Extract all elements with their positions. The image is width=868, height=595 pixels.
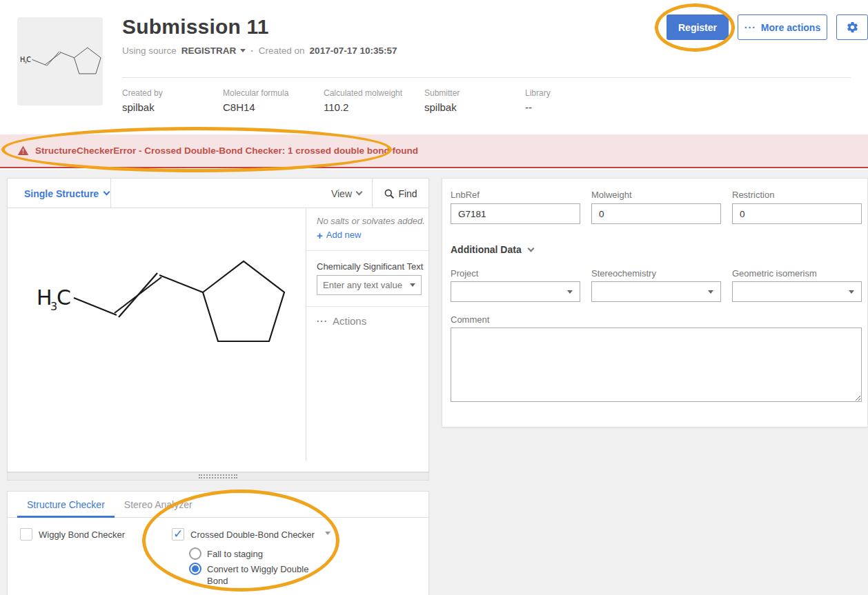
convert-to-wiggly-radio[interactable] xyxy=(189,563,201,575)
summary-created-by: Created by spilbak xyxy=(122,88,223,113)
restriction-label: Restriction xyxy=(732,190,774,200)
cst-label: Chemically Significant Text xyxy=(317,261,423,272)
source-dropdown[interactable]: REGISTRAR xyxy=(181,46,246,56)
chevron-down-icon xyxy=(240,49,246,52)
structure-panel-header: Single Structure View Find xyxy=(8,179,428,208)
header-divider xyxy=(122,77,851,78)
error-banner: StructureCheckerError - Crossed Double-B… xyxy=(0,134,868,168)
register-button[interactable]: Register xyxy=(667,14,729,40)
lnbref-label: LnbRef xyxy=(451,190,480,200)
salts-empty-text: No salts or solvates added. xyxy=(317,216,426,226)
created-on-value: 2017-07-17 10:35:57 xyxy=(310,46,397,56)
summary-submitter: Submitter spilbak xyxy=(424,88,525,113)
tab-structure-checker[interactable]: Structure Checker xyxy=(17,492,115,518)
comment-field[interactable] xyxy=(451,327,862,402)
wiggly-bond-label: Wiggly Bond Checker xyxy=(39,528,125,540)
gear-icon xyxy=(846,21,859,34)
summary-library: Library -- xyxy=(525,88,626,113)
cst-input-wrap xyxy=(317,275,422,295)
summary-molecular-formula: Molecular formula C8H14 xyxy=(223,88,324,113)
plus-icon: + xyxy=(317,230,323,241)
created-on-label: Created on xyxy=(259,46,305,56)
registration-app: H 3 C Submission 11 Using source REGISTR… xyxy=(0,0,868,595)
chevron-down-icon xyxy=(356,189,363,196)
fall-to-staging-label: Fall to staging xyxy=(207,547,263,559)
checker-tabs: Structure Checker Stereo Analyzer xyxy=(8,492,428,518)
crossed-double-bond-label: Crossed Double-Bond Checker xyxy=(190,528,315,540)
view-menu[interactable]: View xyxy=(331,179,362,208)
crossed-double-bond-checkbox[interactable] xyxy=(172,528,184,541)
stereochemistry-select[interactable] xyxy=(591,281,721,302)
structure-mode-selector[interactable]: Single Structure xyxy=(8,179,111,208)
more-actions-button[interactable]: ··· More actions xyxy=(738,14,827,40)
chevron-down-icon xyxy=(527,245,534,252)
settings-button[interactable] xyxy=(836,14,868,40)
actions-dots-icon: ··· xyxy=(317,316,328,326)
chevron-down-icon xyxy=(849,290,854,294)
geometric-isomerism-select[interactable] xyxy=(732,281,862,302)
lnbref-field[interactable] xyxy=(451,203,580,224)
source-line: Using source REGISTRAR · Created on 2017… xyxy=(122,46,397,56)
wiggly-bond-checker-row: Wiggly Bond Checker xyxy=(20,528,125,541)
add-salt-link[interactable]: + Add new xyxy=(317,230,361,241)
wiggly-bond-checkbox[interactable] xyxy=(20,528,32,541)
summary-row: Created by spilbak Molecular formula C8H… xyxy=(122,88,626,113)
project-select[interactable] xyxy=(451,281,580,302)
crossed-double-bond-checker-row: Crossed Double-Bond Checker xyxy=(172,528,331,541)
project-label: Project xyxy=(451,268,478,279)
convert-to-wiggly-option: Convert to Wiggly Double Bond xyxy=(189,563,317,587)
separator-dot: · xyxy=(250,46,254,56)
using-source-label: Using source xyxy=(122,46,177,56)
drag-handle-icon xyxy=(199,474,237,478)
warning-triangle-icon xyxy=(17,145,29,157)
panel-resize-splitter[interactable] xyxy=(7,472,429,481)
additional-data-toggle[interactable]: Additional Data xyxy=(451,244,533,255)
summary-calculated-molweight: Calculated molweight 110.2 xyxy=(324,88,424,113)
chevron-down-icon xyxy=(103,189,110,196)
divider xyxy=(306,306,430,307)
panel-divider xyxy=(306,208,306,461)
convert-to-wiggly-label: Convert to Wiggly Double Bond xyxy=(207,563,317,587)
fall-to-staging-option: Fall to staging xyxy=(189,547,263,560)
cst-input[interactable] xyxy=(323,280,407,290)
structure-canvas[interactable] xyxy=(8,208,306,461)
chevron-down-icon xyxy=(708,290,713,294)
error-message: StructureCheckerError - Crossed Double-B… xyxy=(35,145,418,156)
molweight-label: Molweight xyxy=(591,190,632,200)
details-form-panel: LnbRef Molweight Restriction Additional … xyxy=(442,178,868,427)
structure-panel: Single Structure View Find No salts or s… xyxy=(7,178,429,472)
checker-panel: Structure Checker Stereo Analyzer Wiggly… xyxy=(7,491,429,595)
tab-stereo-analyzer[interactable]: Stereo Analyzer xyxy=(115,492,202,518)
structure-thumbnail xyxy=(17,17,103,105)
chevron-down-icon xyxy=(567,290,573,294)
stereochemistry-label: Stereochemistry xyxy=(591,268,656,279)
search-icon xyxy=(384,188,395,199)
chevron-down-icon[interactable] xyxy=(410,283,415,287)
comment-label: Comment xyxy=(451,314,489,325)
divider xyxy=(306,250,430,251)
page-title: Submission 11 xyxy=(122,15,269,39)
actions-menu[interactable]: ··· Actions xyxy=(317,315,366,327)
molweight-field[interactable] xyxy=(591,203,721,224)
fall-to-staging-radio[interactable] xyxy=(189,547,201,560)
geometric-isomerism-label: Geometric isomerism xyxy=(732,268,817,279)
restriction-field[interactable] xyxy=(732,203,862,224)
find-button[interactable]: Find xyxy=(372,179,428,208)
more-actions-dots-icon: ··· xyxy=(744,22,756,33)
source-value: REGISTRAR xyxy=(181,46,237,56)
structure-thumbnail-drawing xyxy=(17,17,103,105)
chevron-down-icon[interactable] xyxy=(325,532,331,535)
